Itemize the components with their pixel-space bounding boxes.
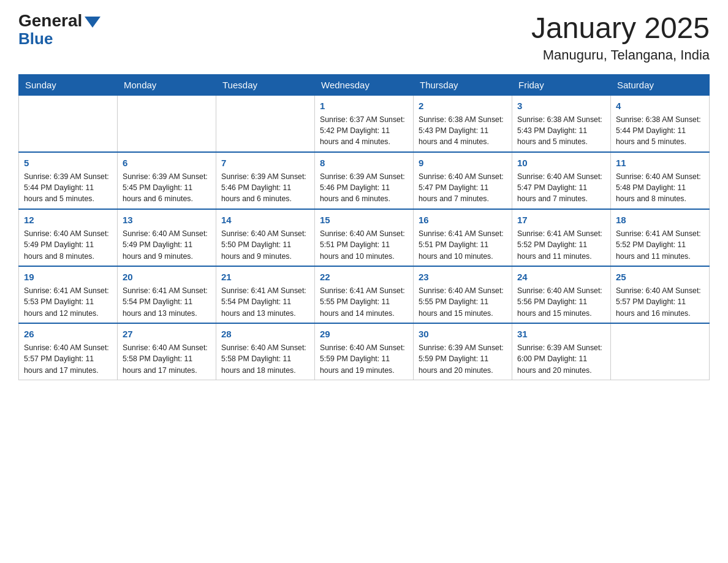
calendar-cell: 17Sunrise: 6:41 AM Sunset: 5:52 PM Dayli… (512, 209, 611, 266)
logo-general: General (18, 12, 100, 29)
day-info: Sunrise: 6:41 AM Sunset: 5:54 PM Dayligh… (123, 285, 211, 319)
day-number: 4 (616, 99, 704, 113)
day-info: Sunrise: 6:40 AM Sunset: 5:49 PM Dayligh… (24, 228, 112, 262)
day-info: Sunrise: 6:40 AM Sunset: 5:47 PM Dayligh… (419, 171, 507, 205)
calendar-cell (118, 95, 216, 152)
calendar-cell: 19Sunrise: 6:41 AM Sunset: 5:53 PM Dayli… (19, 266, 118, 323)
day-number: 19 (24, 270, 112, 284)
day-number: 2 (419, 99, 507, 113)
day-number: 18 (616, 213, 704, 227)
day-info: Sunrise: 6:39 AM Sunset: 5:46 PM Dayligh… (320, 171, 408, 205)
calendar-cell: 22Sunrise: 6:41 AM Sunset: 5:55 PM Dayli… (315, 266, 414, 323)
calendar-cell: 2Sunrise: 6:38 AM Sunset: 5:43 PM Daylig… (414, 95, 512, 152)
day-number: 27 (123, 327, 211, 341)
day-number: 14 (221, 213, 309, 227)
day-info: Sunrise: 6:41 AM Sunset: 5:52 PM Dayligh… (616, 228, 704, 262)
header-wednesday: Wednesday (315, 74, 414, 95)
day-info: Sunrise: 6:40 AM Sunset: 5:56 PM Dayligh… (517, 285, 605, 319)
calendar-cell: 7Sunrise: 6:39 AM Sunset: 5:46 PM Daylig… (216, 152, 315, 209)
day-number: 26 (24, 327, 112, 341)
day-number: 17 (517, 213, 605, 227)
logo-blue-text: Blue (18, 31, 53, 47)
day-number: 20 (123, 270, 211, 284)
calendar-header-row: SundayMondayTuesdayWednesdayThursdayFrid… (19, 74, 710, 95)
header-monday: Monday (118, 74, 216, 95)
header-friday: Friday (512, 74, 611, 95)
day-info: Sunrise: 6:38 AM Sunset: 5:44 PM Dayligh… (616, 114, 704, 148)
logo: General Blue (18, 12, 100, 47)
calendar-cell: 23Sunrise: 6:40 AM Sunset: 5:55 PM Dayli… (414, 266, 512, 323)
day-info: Sunrise: 6:40 AM Sunset: 5:47 PM Dayligh… (517, 171, 605, 205)
calendar-cell: 18Sunrise: 6:41 AM Sunset: 5:52 PM Dayli… (611, 209, 710, 266)
calendar-cell (611, 323, 710, 380)
calendar-cell: 29Sunrise: 6:40 AM Sunset: 5:59 PM Dayli… (315, 323, 414, 380)
day-info: Sunrise: 6:39 AM Sunset: 5:44 PM Dayligh… (24, 171, 112, 205)
calendar-cell: 14Sunrise: 6:40 AM Sunset: 5:50 PM Dayli… (216, 209, 315, 266)
calendar-cell: 24Sunrise: 6:40 AM Sunset: 5:56 PM Dayli… (512, 266, 611, 323)
calendar-cell: 10Sunrise: 6:40 AM Sunset: 5:47 PM Dayli… (512, 152, 611, 209)
day-info: Sunrise: 6:41 AM Sunset: 5:51 PM Dayligh… (419, 228, 507, 262)
calendar-cell: 12Sunrise: 6:40 AM Sunset: 5:49 PM Dayli… (19, 209, 118, 266)
day-number: 12 (24, 213, 112, 227)
page-header: General Blue January 2025 Manuguru, Tela… (18, 12, 710, 63)
calendar-cell: 25Sunrise: 6:40 AM Sunset: 5:57 PM Dayli… (611, 266, 710, 323)
day-info: Sunrise: 6:40 AM Sunset: 5:50 PM Dayligh… (221, 228, 309, 262)
day-number: 10 (517, 156, 605, 170)
header-tuesday: Tuesday (216, 74, 315, 95)
week-row-5: 26Sunrise: 6:40 AM Sunset: 5:57 PM Dayli… (19, 323, 710, 380)
logo-general-text: General (18, 12, 82, 29)
day-info: Sunrise: 6:39 AM Sunset: 6:00 PM Dayligh… (517, 342, 605, 376)
calendar-cell: 20Sunrise: 6:41 AM Sunset: 5:54 PM Dayli… (118, 266, 216, 323)
calendar-cell: 16Sunrise: 6:41 AM Sunset: 5:51 PM Dayli… (414, 209, 512, 266)
calendar-cell (19, 95, 118, 152)
day-number: 22 (320, 270, 408, 284)
day-number: 8 (320, 156, 408, 170)
calendar-cell: 30Sunrise: 6:39 AM Sunset: 5:59 PM Dayli… (414, 323, 512, 380)
calendar-cell: 8Sunrise: 6:39 AM Sunset: 5:46 PM Daylig… (315, 152, 414, 209)
calendar-cell: 3Sunrise: 6:38 AM Sunset: 5:43 PM Daylig… (512, 95, 611, 152)
header-thursday: Thursday (414, 74, 512, 95)
day-number: 13 (123, 213, 211, 227)
calendar-table: SundayMondayTuesdayWednesdayThursdayFrid… (18, 74, 710, 380)
day-info: Sunrise: 6:38 AM Sunset: 5:43 PM Dayligh… (517, 114, 605, 148)
day-number: 29 (320, 327, 408, 341)
day-info: Sunrise: 6:41 AM Sunset: 5:55 PM Dayligh… (320, 285, 408, 319)
day-info: Sunrise: 6:38 AM Sunset: 5:43 PM Dayligh… (419, 114, 507, 148)
week-row-3: 12Sunrise: 6:40 AM Sunset: 5:49 PM Dayli… (19, 209, 710, 266)
day-info: Sunrise: 6:37 AM Sunset: 5:42 PM Dayligh… (320, 114, 408, 148)
header-saturday: Saturday (611, 74, 710, 95)
day-info: Sunrise: 6:40 AM Sunset: 5:57 PM Dayligh… (24, 342, 112, 376)
day-number: 9 (419, 156, 507, 170)
title-block: January 2025 Manuguru, Telangana, India (531, 12, 710, 63)
calendar-cell: 15Sunrise: 6:40 AM Sunset: 5:51 PM Dayli… (315, 209, 414, 266)
calendar-cell: 9Sunrise: 6:40 AM Sunset: 5:47 PM Daylig… (414, 152, 512, 209)
day-number: 16 (419, 213, 507, 227)
week-row-1: 1Sunrise: 6:37 AM Sunset: 5:42 PM Daylig… (19, 95, 710, 152)
logo-triangle-icon (85, 17, 100, 28)
calendar-cell: 11Sunrise: 6:40 AM Sunset: 5:48 PM Dayli… (611, 152, 710, 209)
day-info: Sunrise: 6:39 AM Sunset: 5:46 PM Dayligh… (221, 171, 309, 205)
day-number: 5 (24, 156, 112, 170)
calendar-cell (216, 95, 315, 152)
calendar-cell: 31Sunrise: 6:39 AM Sunset: 6:00 PM Dayli… (512, 323, 611, 380)
day-info: Sunrise: 6:40 AM Sunset: 5:58 PM Dayligh… (221, 342, 309, 376)
calendar-cell: 27Sunrise: 6:40 AM Sunset: 5:58 PM Dayli… (118, 323, 216, 380)
calendar-cell: 21Sunrise: 6:41 AM Sunset: 5:54 PM Dayli… (216, 266, 315, 323)
day-info: Sunrise: 6:40 AM Sunset: 5:57 PM Dayligh… (616, 285, 704, 319)
day-number: 21 (221, 270, 309, 284)
week-row-2: 5Sunrise: 6:39 AM Sunset: 5:44 PM Daylig… (19, 152, 710, 209)
day-info: Sunrise: 6:39 AM Sunset: 5:59 PM Dayligh… (419, 342, 507, 376)
day-info: Sunrise: 6:41 AM Sunset: 5:54 PM Dayligh… (221, 285, 309, 319)
day-info: Sunrise: 6:41 AM Sunset: 5:52 PM Dayligh… (517, 228, 605, 262)
calendar-cell: 13Sunrise: 6:40 AM Sunset: 5:49 PM Dayli… (118, 209, 216, 266)
day-number: 30 (419, 327, 507, 341)
calendar-cell: 5Sunrise: 6:39 AM Sunset: 5:44 PM Daylig… (19, 152, 118, 209)
day-number: 7 (221, 156, 309, 170)
day-number: 25 (616, 270, 704, 284)
day-number: 3 (517, 99, 605, 113)
day-number: 23 (419, 270, 507, 284)
day-number: 11 (616, 156, 704, 170)
calendar-cell: 6Sunrise: 6:39 AM Sunset: 5:45 PM Daylig… (118, 152, 216, 209)
week-row-4: 19Sunrise: 6:41 AM Sunset: 5:53 PM Dayli… (19, 266, 710, 323)
day-number: 1 (320, 99, 408, 113)
